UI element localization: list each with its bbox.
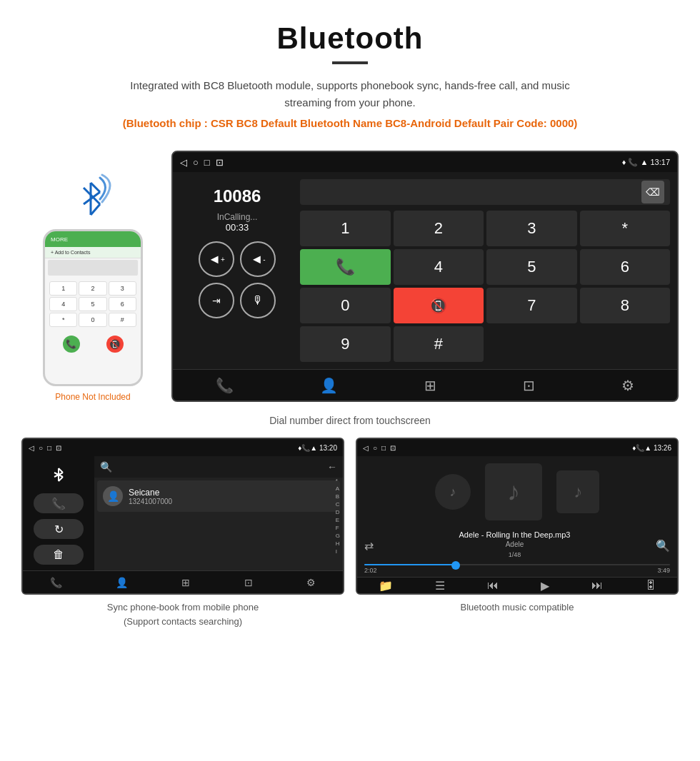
phone-key-4: 4 xyxy=(49,297,77,311)
music-track-count: 1/48 xyxy=(459,551,571,558)
contacts-sync-btn[interactable]: ↻ xyxy=(34,519,84,539)
mic-button[interactable]: 🎙 xyxy=(240,283,276,318)
shuffle-icon[interactable]: ⇄ xyxy=(364,539,374,553)
call-status: InCalling... xyxy=(217,212,258,222)
contacts-bottom-nav: 📞 👤 ⊞ ⊡ ⚙ xyxy=(23,570,343,593)
dialpad-key-end[interactable]: 📵 xyxy=(394,288,484,323)
music-progress-bar xyxy=(364,564,670,565)
music-track-name: Adele - Rolling In the Deep.mp3 xyxy=(459,530,571,539)
call-screen-caption: Dial number direct from touchscreen xyxy=(0,409,700,438)
music-statusbar: ◁ ○ □ ⊡ ♦📞▲ 13:26 xyxy=(357,439,677,456)
nav-keypad-icon[interactable]: ⊞ xyxy=(424,377,436,394)
contacts-layout: 📞 ↻ 🗑 🔍 ← 👤 Seicane 1324 xyxy=(23,456,343,593)
call-timer: 00:33 xyxy=(226,222,249,233)
music-statusbar-left: ◁ ○ □ ⊡ xyxy=(363,444,396,452)
music-signal-icon: ♦📞▲ xyxy=(632,444,651,452)
wifi-icon: ▲ xyxy=(641,158,649,166)
music-caption: Bluetooth music compatible xyxy=(356,595,679,618)
music-time-current: 2:02 xyxy=(364,567,377,574)
dialpad-key-hash[interactable]: # xyxy=(394,326,484,362)
dialpad-key-call[interactable]: 📞 xyxy=(300,249,391,285)
alpha-h: H xyxy=(336,540,340,548)
phone-bottom-buttons: 📞 📵 xyxy=(45,331,141,357)
contacts-statusbar-right: ♦📞▲ 13:20 xyxy=(298,444,337,452)
music-folder-icon[interactable]: 📁 xyxy=(379,579,393,593)
music-artist: Adele xyxy=(459,540,571,548)
music-progress-fill xyxy=(364,564,456,565)
contacts-statusbar-left: ◁ ○ □ ⊡ xyxy=(29,444,61,452)
dialpad-key-2[interactable]: 2 xyxy=(394,211,484,246)
phone-add-contacts: + Add to Contacts xyxy=(51,250,90,255)
dialpad-key-star[interactable]: * xyxy=(580,211,671,246)
bluetooth-signal-icon xyxy=(61,172,125,229)
dialpad-key-3[interactable]: 3 xyxy=(486,211,577,246)
music-next-icon[interactable]: ⏭ xyxy=(591,579,603,592)
contact-list-item[interactable]: 👤 Seicane 13241007000 xyxy=(97,480,340,512)
music-back-icon: ◁ xyxy=(363,444,369,452)
alpha-star: * xyxy=(336,478,340,485)
page-header: Bluetooth Integrated with BC8 Bluetooth … xyxy=(0,0,700,151)
vol-up-button[interactable]: ◄+ xyxy=(199,241,234,277)
dialpad-key-9[interactable]: 9 xyxy=(300,326,391,362)
music-caption-text: Bluetooth music compatible xyxy=(461,602,574,613)
phone-key-2: 2 xyxy=(79,281,106,296)
music-prev-icon[interactable]: ⏮ xyxy=(487,579,499,592)
dialpad-key-6[interactable]: 6 xyxy=(580,249,671,285)
contact-avatar: 👤 xyxy=(103,486,123,506)
contacts-time: 13:20 xyxy=(319,444,337,452)
contacts-nav-export[interactable]: ⊡ xyxy=(244,577,253,588)
main-section: MORE + Add to Contacts 1 2 3 4 5 6 * 0 #… xyxy=(0,151,700,402)
nav-contacts-icon[interactable]: 👤 xyxy=(320,377,338,394)
transfer-button[interactable]: ⇥ xyxy=(199,283,234,318)
vol-down-button[interactable]: ◄- xyxy=(240,241,276,277)
dialpad-key-8[interactable]: 8 xyxy=(580,288,671,323)
contacts-caption-line1: Sync phone-book from mobile phone xyxy=(107,602,259,613)
phone-key-star: * xyxy=(49,313,77,327)
dialpad-key-5[interactable]: 5 xyxy=(486,249,577,285)
back-icon: ◁ xyxy=(180,157,187,168)
contacts-call-btn[interactable]: 📞 xyxy=(34,493,84,513)
dialpad-key-1[interactable]: 1 xyxy=(300,211,391,246)
home-icon: ○ xyxy=(193,157,199,168)
call-other-buttons: ⇥ 🎙 xyxy=(199,283,276,318)
music-list-icon[interactable]: ☰ xyxy=(435,579,445,593)
contacts-nav-phone[interactable]: 📞 xyxy=(50,577,62,588)
music-eq-icon[interactable]: 🎛 xyxy=(645,579,656,592)
page-title: Bluetooth xyxy=(14,21,686,56)
alpha-f: F xyxy=(336,525,340,532)
phone-key-5: 5 xyxy=(79,297,106,311)
dialpad-key-0[interactable]: 0 xyxy=(300,288,391,323)
nav-export-icon[interactable]: ⊡ xyxy=(523,377,535,394)
music-shuffle-row: ⇄ Adele - Rolling In the Deep.mp3 Adele … xyxy=(357,528,677,564)
music-note-main: ♪ xyxy=(507,477,520,507)
dialpad-key-7[interactable]: 7 xyxy=(486,288,577,323)
music-play-icon[interactable]: ▶ xyxy=(541,579,549,593)
music-main-area: ♪ ♪ ♪ xyxy=(357,456,677,528)
recents-icon: □ xyxy=(204,157,210,168)
alpha-g: G xyxy=(336,533,340,540)
dialpad-delete-button[interactable]: ⌫ xyxy=(641,181,664,203)
contacts-nav-settings[interactable]: ⚙ xyxy=(306,577,316,588)
nav-phone-icon[interactable]: 📞 xyxy=(216,377,234,394)
bottom-screenshots: ◁ ○ □ ⊡ ♦📞▲ 13:20 xyxy=(0,438,700,645)
alpha-d: D xyxy=(336,509,340,516)
dialpad-key-4[interactable]: 4 xyxy=(394,249,484,285)
contacts-nav-contacts[interactable]: 👤 xyxy=(116,577,128,588)
screenshot-icon: ⊡ xyxy=(216,157,224,168)
contacts-delete-btn[interactable]: 🗑 xyxy=(34,545,84,565)
music-home-icon: ○ xyxy=(373,444,377,452)
music-screenshot-block: ◁ ○ □ ⊡ ♦📞▲ 13:26 ♪ xyxy=(356,438,679,631)
dialpad-input-row: ⌫ xyxy=(300,179,670,205)
alpha-c: C xyxy=(336,501,340,508)
svg-line-4 xyxy=(91,204,100,215)
alphabet-list: * A B C D E F G H I xyxy=(336,478,340,555)
call-vol-buttons: ◄+ ◄- xyxy=(199,241,276,277)
nav-settings-icon[interactable]: ⚙ xyxy=(621,377,634,394)
phone-key-0: 0 xyxy=(79,313,106,327)
music-progress-dot[interactable] xyxy=(451,561,460,570)
music-screenshot-icon: ⊡ xyxy=(390,444,396,452)
search-music-icon[interactable]: 🔍 xyxy=(656,539,670,553)
phone-dial-grid: 1 2 3 4 5 6 * 0 # xyxy=(45,277,141,331)
contacts-nav-keypad[interactable]: ⊞ xyxy=(181,577,190,588)
alpha-b: B xyxy=(336,493,340,500)
